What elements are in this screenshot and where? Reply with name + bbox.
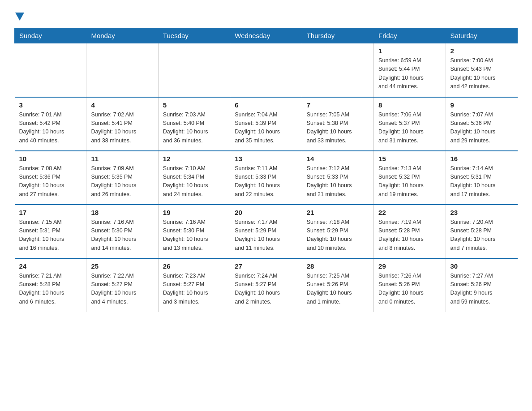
day-cell: 3Sunrise: 7:01 AM Sunset: 5:42 PM Daylig…	[15, 97, 86, 151]
day-cell: 18Sunrise: 7:16 AM Sunset: 5:30 PM Dayli…	[86, 205, 158, 258]
day-number: 25	[91, 262, 153, 270]
day-info: Sunrise: 7:15 AM Sunset: 5:31 PM Dayligh…	[19, 218, 82, 253]
day-cell: 1Sunrise: 6:59 AM Sunset: 5:44 PM Daylig…	[374, 43, 446, 97]
weekday-header-wednesday: Wednesday	[230, 28, 302, 43]
day-info: Sunrise: 7:27 AM Sunset: 5:26 PM Dayligh…	[450, 272, 513, 307]
day-number: 21	[307, 209, 369, 216]
day-cell: 30Sunrise: 7:27 AM Sunset: 5:26 PM Dayli…	[446, 258, 517, 312]
day-number: 19	[163, 209, 225, 216]
logo	[14, 11, 24, 20]
weekday-header-row: SundayMondayTuesdayWednesdayThursdayFrid…	[15, 28, 518, 43]
day-info: Sunrise: 7:05 AM Sunset: 5:38 PM Dayligh…	[307, 111, 369, 146]
day-cell: 6Sunrise: 7:04 AM Sunset: 5:39 PM Daylig…	[230, 97, 302, 151]
day-cell: 2Sunrise: 7:00 AM Sunset: 5:43 PM Daylig…	[446, 43, 517, 97]
day-cell: 5Sunrise: 7:03 AM Sunset: 5:40 PM Daylig…	[158, 97, 230, 151]
day-number: 1	[378, 47, 441, 55]
day-number: 3	[19, 101, 82, 109]
day-info: Sunrise: 7:12 AM Sunset: 5:33 PM Dayligh…	[307, 164, 369, 199]
day-cell: 17Sunrise: 7:15 AM Sunset: 5:31 PM Dayli…	[15, 205, 86, 258]
day-number: 23	[450, 209, 513, 216]
day-number: 18	[91, 209, 153, 216]
day-number: 16	[450, 155, 513, 163]
day-info: Sunrise: 7:26 AM Sunset: 5:26 PM Dayligh…	[378, 272, 441, 307]
weekday-header-monday: Monday	[86, 28, 158, 43]
day-number: 27	[235, 262, 297, 270]
day-info: Sunrise: 7:19 AM Sunset: 5:28 PM Dayligh…	[378, 218, 441, 253]
week-row-1: 1Sunrise: 6:59 AM Sunset: 5:44 PM Daylig…	[15, 43, 518, 97]
weekday-header-tuesday: Tuesday	[158, 28, 230, 43]
day-number: 4	[91, 101, 153, 109]
weekday-header-friday: Friday	[374, 28, 446, 43]
day-info: Sunrise: 7:07 AM Sunset: 5:36 PM Dayligh…	[450, 111, 513, 146]
day-info: Sunrise: 7:01 AM Sunset: 5:42 PM Dayligh…	[19, 111, 82, 146]
calendar-table: SundayMondayTuesdayWednesdayThursdayFrid…	[14, 28, 518, 312]
week-row-4: 17Sunrise: 7:15 AM Sunset: 5:31 PM Dayli…	[15, 205, 518, 258]
day-cell: 21Sunrise: 7:18 AM Sunset: 5:29 PM Dayli…	[302, 205, 373, 258]
day-info: Sunrise: 7:18 AM Sunset: 5:29 PM Dayligh…	[307, 218, 369, 253]
weekday-header-sunday: Sunday	[15, 28, 86, 43]
day-info: Sunrise: 7:23 AM Sunset: 5:27 PM Dayligh…	[163, 272, 225, 307]
day-number: 11	[91, 155, 153, 163]
day-cell: 10Sunrise: 7:08 AM Sunset: 5:36 PM Dayli…	[15, 151, 86, 205]
day-cell: 4Sunrise: 7:02 AM Sunset: 5:41 PM Daylig…	[86, 97, 158, 151]
day-cell: 15Sunrise: 7:13 AM Sunset: 5:32 PM Dayli…	[374, 151, 446, 205]
day-info: Sunrise: 7:00 AM Sunset: 5:43 PM Dayligh…	[450, 56, 513, 91]
week-row-3: 10Sunrise: 7:08 AM Sunset: 5:36 PM Dayli…	[15, 151, 518, 205]
day-info: Sunrise: 7:24 AM Sunset: 5:27 PM Dayligh…	[235, 272, 297, 307]
day-number: 15	[378, 155, 441, 163]
day-number: 7	[307, 101, 369, 109]
weekday-header-saturday: Saturday	[446, 28, 517, 43]
day-number: 29	[378, 262, 441, 270]
day-info: Sunrise: 7:04 AM Sunset: 5:39 PM Dayligh…	[235, 111, 297, 146]
day-number: 20	[235, 209, 297, 216]
day-number: 13	[235, 155, 297, 163]
day-cell: 26Sunrise: 7:23 AM Sunset: 5:27 PM Dayli…	[158, 258, 230, 312]
day-info: Sunrise: 7:16 AM Sunset: 5:30 PM Dayligh…	[163, 218, 225, 253]
day-cell: 11Sunrise: 7:09 AM Sunset: 5:35 PM Dayli…	[86, 151, 158, 205]
week-row-2: 3Sunrise: 7:01 AM Sunset: 5:42 PM Daylig…	[15, 97, 518, 151]
day-cell: 29Sunrise: 7:26 AM Sunset: 5:26 PM Dayli…	[374, 258, 446, 312]
day-cell: 24Sunrise: 7:21 AM Sunset: 5:28 PM Dayli…	[15, 258, 86, 312]
day-cell: 27Sunrise: 7:24 AM Sunset: 5:27 PM Dayli…	[230, 258, 302, 312]
day-number: 10	[19, 155, 82, 163]
day-cell: 20Sunrise: 7:17 AM Sunset: 5:29 PM Dayli…	[230, 205, 302, 258]
day-info: Sunrise: 7:03 AM Sunset: 5:40 PM Dayligh…	[163, 111, 225, 146]
day-number: 26	[163, 262, 225, 270]
day-info: Sunrise: 7:21 AM Sunset: 5:28 PM Dayligh…	[19, 272, 82, 307]
day-cell: 7Sunrise: 7:05 AM Sunset: 5:38 PM Daylig…	[302, 97, 373, 151]
day-info: Sunrise: 7:09 AM Sunset: 5:35 PM Dayligh…	[91, 164, 153, 199]
day-cell: 9Sunrise: 7:07 AM Sunset: 5:36 PM Daylig…	[446, 97, 517, 151]
logo-triangle-icon	[15, 13, 24, 21]
day-cell	[86, 43, 158, 97]
day-info: Sunrise: 7:20 AM Sunset: 5:28 PM Dayligh…	[450, 218, 513, 253]
day-cell	[230, 43, 302, 97]
day-info: Sunrise: 7:02 AM Sunset: 5:41 PM Dayligh…	[91, 111, 153, 146]
day-number: 2	[450, 47, 513, 55]
day-info: Sunrise: 7:06 AM Sunset: 5:37 PM Dayligh…	[378, 111, 441, 146]
day-cell: 13Sunrise: 7:11 AM Sunset: 5:33 PM Dayli…	[230, 151, 302, 205]
day-info: Sunrise: 7:17 AM Sunset: 5:29 PM Dayligh…	[235, 218, 297, 253]
day-number: 12	[163, 155, 225, 163]
day-cell: 25Sunrise: 7:22 AM Sunset: 5:27 PM Dayli…	[86, 258, 158, 312]
day-number: 24	[19, 262, 82, 270]
day-cell: 23Sunrise: 7:20 AM Sunset: 5:28 PM Dayli…	[446, 205, 517, 258]
week-row-5: 24Sunrise: 7:21 AM Sunset: 5:28 PM Dayli…	[15, 258, 518, 312]
day-number: 5	[163, 101, 225, 109]
day-info: Sunrise: 7:11 AM Sunset: 5:33 PM Dayligh…	[235, 164, 297, 199]
day-number: 14	[307, 155, 369, 163]
day-cell: 28Sunrise: 7:25 AM Sunset: 5:26 PM Dayli…	[302, 258, 373, 312]
day-cell: 12Sunrise: 7:10 AM Sunset: 5:34 PM Dayli…	[158, 151, 230, 205]
day-number: 22	[378, 209, 441, 216]
day-info: Sunrise: 7:14 AM Sunset: 5:31 PM Dayligh…	[450, 164, 513, 199]
day-number: 28	[307, 262, 369, 270]
day-number: 9	[450, 101, 513, 109]
day-info: Sunrise: 7:25 AM Sunset: 5:26 PM Dayligh…	[307, 272, 369, 307]
day-cell	[15, 43, 86, 97]
page-header	[14, 11, 518, 20]
day-cell: 19Sunrise: 7:16 AM Sunset: 5:30 PM Dayli…	[158, 205, 230, 258]
day-cell: 16Sunrise: 7:14 AM Sunset: 5:31 PM Dayli…	[446, 151, 517, 205]
day-number: 17	[19, 209, 82, 216]
day-cell	[158, 43, 230, 97]
day-info: Sunrise: 7:22 AM Sunset: 5:27 PM Dayligh…	[91, 272, 153, 307]
day-cell: 22Sunrise: 7:19 AM Sunset: 5:28 PM Dayli…	[374, 205, 446, 258]
